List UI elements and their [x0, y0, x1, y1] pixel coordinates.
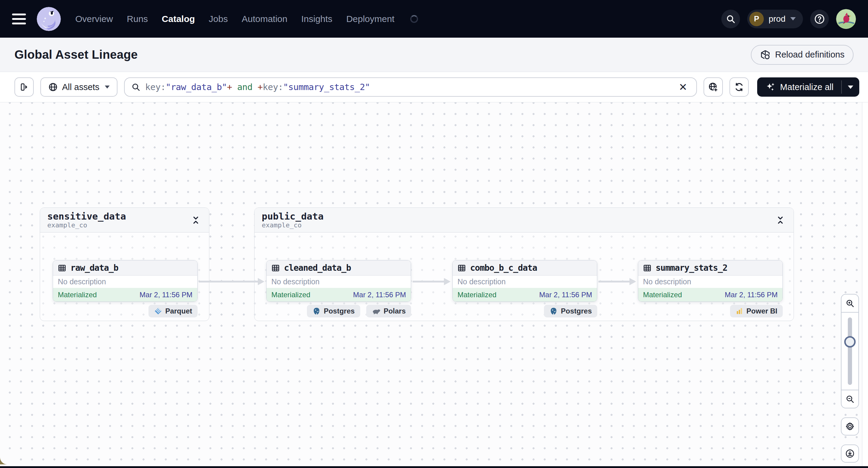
kind-badges-combo-b-c-data: Postgres: [453, 305, 597, 317]
loading-spinner-icon: [410, 15, 418, 23]
nav-item-catalog[interactable]: Catalog: [162, 14, 195, 24]
refresh-graph-button[interactable]: [730, 77, 749, 97]
asset-name: combo_b_c_data: [470, 263, 537, 273]
table-icon: [58, 263, 67, 273]
kind-badge-label: Polars: [384, 307, 406, 315]
kind-badge-postgres[interactable]: Postgres: [544, 305, 597, 317]
globe-add-icon: [708, 82, 718, 92]
asset-scope-dropdown[interactable]: All assets: [40, 77, 118, 97]
asset-status-row: Materialized Mar 2, 11:56 PM: [453, 288, 597, 302]
zoom-slider-thumb[interactable]: [844, 336, 856, 347]
lineage-toolbar: All assets key:"raw_data_b"+ and +key:"s…: [0, 72, 868, 102]
search-query-value: key:"raw_data_b"+ and +key:"summary_stat…: [145, 82, 672, 92]
hamburger-icon[interactable]: [12, 13, 26, 24]
zoom-slider[interactable]: [841, 313, 858, 390]
group-title: public_data: [262, 211, 323, 222]
deployment-switcher[interactable]: P prod: [747, 10, 803, 28]
env-initial-badge: P: [749, 12, 764, 26]
vertical-scrollbar[interactable]: [862, 102, 868, 466]
lineage-canvas[interactable]: sensitive_data example_co public_data ex…: [0, 102, 868, 466]
kind-badges-summary-stats-2: Power BI: [638, 305, 783, 317]
kind-badge-polars[interactable]: Polars: [366, 305, 411, 317]
materialize-options-button[interactable]: [842, 77, 859, 97]
materialization-timestamp: Mar 2, 11:56 PM: [725, 291, 778, 299]
panel-expand-icon: [19, 82, 29, 92]
chevron-down-icon: [790, 17, 796, 21]
nav-right: P prod: [721, 9, 856, 29]
postgres-icon: [312, 307, 321, 315]
group-title: sensitive_data: [47, 211, 126, 222]
nav-item-jobs[interactable]: Jobs: [209, 14, 228, 24]
search-input[interactable]: key:"raw_data_b"+ and +key:"summary_stat…: [124, 77, 697, 97]
reload-definitions-label: Reload definitions: [775, 50, 844, 60]
materialize-all-split-button: Materialize all: [757, 77, 859, 97]
reload-definitions-button[interactable]: Reload definitions: [751, 45, 854, 65]
table-icon: [271, 263, 280, 273]
asset-name: cleaned_data_b: [284, 263, 351, 273]
asset-node-combo-b-c-data[interactable]: combo_b_c_data No description Materializ…: [453, 260, 597, 302]
edge-cleaned-to-combo: [413, 281, 444, 282]
kind-badge-label: Postgres: [324, 307, 355, 315]
asset-description: No description: [267, 276, 411, 288]
kind-badge-postgres[interactable]: Postgres: [307, 305, 360, 317]
asset-node-cleaned-data-b[interactable]: cleaned_data_b No description Materializ…: [266, 260, 411, 302]
help-button[interactable]: [810, 10, 829, 28]
kind-badge-powerbi[interactable]: Power BI: [730, 305, 783, 317]
edge-combo-to-summary: [598, 281, 630, 282]
table-icon: [457, 263, 466, 273]
materialize-all-button[interactable]: Materialize all: [757, 77, 841, 97]
collapse-icon: [192, 216, 200, 225]
refresh-icon: [734, 82, 744, 92]
fetch-external-assets-button[interactable]: [704, 77, 723, 97]
asset-status-row: Materialized Mar 2, 11:56 PM: [267, 288, 411, 302]
status-badge: Materialized: [58, 291, 97, 299]
status-badge: Materialized: [271, 291, 310, 299]
group-header: public_data example_co: [254, 208, 794, 232]
kind-badges-raw-data-b: Parquet: [53, 305, 197, 317]
powerbi-icon: [736, 307, 743, 315]
edge-raw-to-cleaned: [199, 281, 258, 282]
reload-cube-icon: [760, 50, 771, 60]
clear-search-icon[interactable]: ✕: [677, 82, 690, 92]
search-button[interactable]: [721, 10, 740, 28]
dagster-app: Overview Runs Catalog Jobs Automation In…: [0, 0, 868, 468]
asset-scope-label: All assets: [62, 82, 99, 92]
nav-links: Overview Runs Catalog Jobs Automation In…: [75, 14, 418, 24]
asset-name: raw_data_b: [70, 263, 118, 273]
nav-item-deployment[interactable]: Deployment: [346, 14, 395, 24]
nav-item-insights[interactable]: Insights: [301, 14, 332, 24]
collapse-group-button[interactable]: [774, 214, 786, 226]
zoom-in-button[interactable]: [841, 294, 858, 313]
magnifier-icon: [131, 83, 141, 92]
materialization-timestamp: Mar 2, 11:56 PM: [353, 291, 406, 299]
nav-item-overview[interactable]: Overview: [75, 14, 113, 24]
kind-badge-parquet[interactable]: Parquet: [149, 305, 197, 317]
collapse-group-button[interactable]: [190, 214, 202, 226]
parquet-icon: [154, 307, 162, 315]
zoom-slider-track[interactable]: [848, 317, 852, 385]
help-icon: [814, 13, 825, 25]
asset-node-raw-data-b[interactable]: raw_data_b No description Materialized M…: [53, 260, 197, 302]
graph-settings-button[interactable]: [841, 417, 859, 435]
caret-down-icon: [848, 86, 853, 89]
asset-description: No description: [53, 276, 197, 288]
gear-icon: [845, 422, 855, 431]
avatar[interactable]: [836, 9, 856, 29]
zoom-out-icon: [845, 395, 855, 404]
asset-node-summary-stats-2[interactable]: summary_stats_2 No description Materiali…: [638, 260, 783, 302]
status-badge: Materialized: [458, 291, 496, 299]
download-image-button[interactable]: [841, 444, 859, 463]
sparkles-icon: [765, 82, 776, 92]
nav-item-automation[interactable]: Automation: [242, 14, 287, 24]
zoom-out-button[interactable]: [841, 390, 858, 408]
asset-name: summary_stats_2: [656, 263, 727, 273]
asset-description: No description: [453, 276, 597, 288]
page-header: Global Asset Lineage Reload definitions: [0, 38, 868, 72]
page-title: Global Asset Lineage: [14, 48, 137, 61]
env-name: prod: [769, 14, 785, 24]
open-sidebar-button[interactable]: [14, 77, 34, 97]
bottom-edge-bar: [0, 466, 868, 468]
dagster-logo[interactable]: [37, 7, 61, 31]
nav-item-runs[interactable]: Runs: [127, 14, 148, 24]
zoom-controls: [841, 294, 859, 408]
